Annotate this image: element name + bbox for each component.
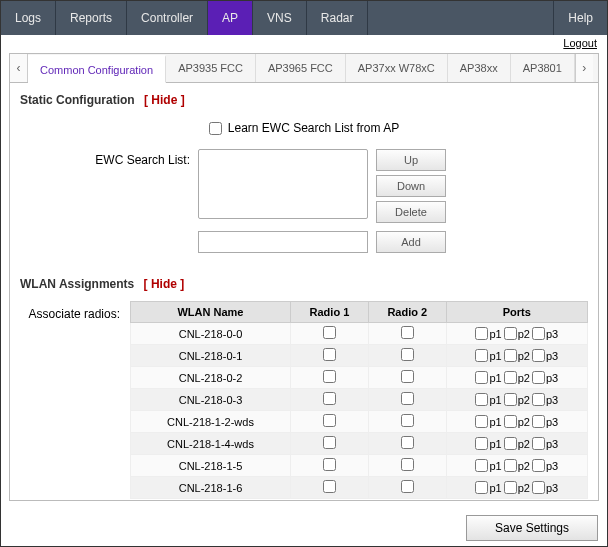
radio1-checkbox[interactable] — [323, 392, 336, 405]
radio1-checkbox[interactable] — [323, 370, 336, 383]
radio1-checkbox[interactable] — [323, 480, 336, 493]
radio1-cell — [291, 367, 369, 389]
port-p1[interactable]: p1 — [475, 459, 501, 472]
wlan-name-cell: CNL-218-1-4-wds — [131, 433, 291, 455]
p3-checkbox[interactable] — [532, 393, 545, 406]
p3-checkbox[interactable] — [532, 415, 545, 428]
static-config-label: Static Configuration — [20, 93, 135, 107]
radio1-cell — [291, 455, 369, 477]
radio1-checkbox[interactable] — [323, 436, 336, 449]
port-p2[interactable]: p2 — [504, 393, 530, 406]
tab-ap3965[interactable]: AP3965 FCC — [256, 54, 346, 82]
nav-logs[interactable]: Logs — [1, 1, 56, 35]
port-p2[interactable]: p2 — [504, 327, 530, 340]
port-p1[interactable]: p1 — [475, 481, 501, 494]
radio1-checkbox[interactable] — [323, 458, 336, 471]
port-p3[interactable]: p3 — [532, 459, 558, 472]
logout-link[interactable]: Logout — [563, 37, 597, 49]
tab-ap3801[interactable]: AP3801 — [511, 54, 575, 82]
ewc-add-input[interactable] — [198, 231, 368, 253]
add-button[interactable]: Add — [376, 231, 446, 253]
port-p3[interactable]: p3 — [532, 437, 558, 450]
p2-checkbox[interactable] — [504, 327, 517, 340]
up-button[interactable]: Up — [376, 149, 446, 171]
port-p2[interactable]: p2 — [504, 415, 530, 428]
port-p3[interactable]: p3 — [532, 415, 558, 428]
down-button[interactable]: Down — [376, 175, 446, 197]
p3-checkbox[interactable] — [532, 437, 545, 450]
tab-common-config[interactable]: Common Configuration — [28, 55, 166, 83]
ewc-search-list[interactable] — [198, 149, 368, 219]
radio2-cell — [368, 367, 446, 389]
port-p3[interactable]: p3 — [532, 327, 558, 340]
ewc-buttons: Up Down Delete — [376, 149, 446, 227]
p2-checkbox[interactable] — [504, 393, 517, 406]
nav-ap[interactable]: AP — [208, 1, 253, 35]
radio2-checkbox[interactable] — [401, 348, 414, 361]
tab-ap3935[interactable]: AP3935 FCC — [166, 54, 256, 82]
wlan-name-cell: CNL-218-1-2-wds — [131, 411, 291, 433]
radio2-checkbox[interactable] — [401, 480, 414, 493]
p1-checkbox[interactable] — [475, 415, 488, 428]
port-p1[interactable]: p1 — [475, 437, 501, 450]
port-p3[interactable]: p3 — [532, 349, 558, 362]
port-p1[interactable]: p1 — [475, 393, 501, 406]
radio2-cell — [368, 433, 446, 455]
nav-help[interactable]: Help — [553, 1, 607, 35]
p1-checkbox[interactable] — [475, 327, 488, 340]
tab-scroll-left[interactable]: ‹ — [10, 54, 28, 82]
p1-checkbox[interactable] — [475, 481, 488, 494]
radio1-checkbox[interactable] — [323, 414, 336, 427]
p3-checkbox[interactable] — [532, 349, 545, 362]
learn-checkbox[interactable] — [209, 122, 222, 135]
scroll-area[interactable]: Static Configuration [ Hide ] Learn EWC … — [10, 83, 598, 500]
p2-checkbox[interactable] — [504, 415, 517, 428]
save-settings-button[interactable]: Save Settings — [466, 515, 598, 541]
port-p2[interactable]: p2 — [504, 371, 530, 384]
p2-checkbox[interactable] — [504, 459, 517, 472]
port-p2[interactable]: p2 — [504, 437, 530, 450]
p1-checkbox[interactable] — [475, 437, 488, 450]
p1-checkbox[interactable] — [475, 371, 488, 384]
radio2-checkbox[interactable] — [401, 370, 414, 383]
wlan-hide[interactable]: [ Hide ] — [144, 277, 185, 291]
port-p2[interactable]: p2 — [504, 459, 530, 472]
port-p2[interactable]: p2 — [504, 349, 530, 362]
p3-checkbox[interactable] — [532, 459, 545, 472]
p1-checkbox[interactable] — [475, 459, 488, 472]
p3-checkbox[interactable] — [532, 481, 545, 494]
radio2-checkbox[interactable] — [401, 436, 414, 449]
nav-radar[interactable]: Radar — [307, 1, 369, 35]
p2-checkbox[interactable] — [504, 349, 517, 362]
static-config-hide[interactable]: [ Hide ] — [144, 93, 185, 107]
tab-ap38xx[interactable]: AP38xx — [448, 54, 511, 82]
port-p2[interactable]: p2 — [504, 481, 530, 494]
radio2-checkbox[interactable] — [401, 458, 414, 471]
nav-vns[interactable]: VNS — [253, 1, 307, 35]
nav-controller[interactable]: Controller — [127, 1, 208, 35]
port-p1[interactable]: p1 — [475, 349, 501, 362]
port-p1[interactable]: p1 — [475, 415, 501, 428]
tab-scroll-right[interactable]: › — [575, 54, 593, 82]
port-p3[interactable]: p3 — [532, 393, 558, 406]
port-p1[interactable]: p1 — [475, 327, 501, 340]
p2-checkbox[interactable] — [504, 437, 517, 450]
radio1-checkbox[interactable] — [323, 348, 336, 361]
p2-checkbox[interactable] — [504, 481, 517, 494]
radio1-checkbox[interactable] — [323, 326, 336, 339]
radio2-checkbox[interactable] — [401, 392, 414, 405]
port-p1[interactable]: p1 — [475, 371, 501, 384]
wlan-title: WLAN Assignments [ Hide ] — [20, 273, 588, 295]
p3-checkbox[interactable] — [532, 327, 545, 340]
p2-checkbox[interactable] — [504, 371, 517, 384]
tab-ap37xx[interactable]: AP37xx W78xC — [346, 54, 448, 82]
p3-checkbox[interactable] — [532, 371, 545, 384]
p1-checkbox[interactable] — [475, 349, 488, 362]
delete-button[interactable]: Delete — [376, 201, 446, 223]
port-p3[interactable]: p3 — [532, 371, 558, 384]
port-p3[interactable]: p3 — [532, 481, 558, 494]
nav-reports[interactable]: Reports — [56, 1, 127, 35]
radio2-checkbox[interactable] — [401, 414, 414, 427]
radio2-checkbox[interactable] — [401, 326, 414, 339]
p1-checkbox[interactable] — [475, 393, 488, 406]
